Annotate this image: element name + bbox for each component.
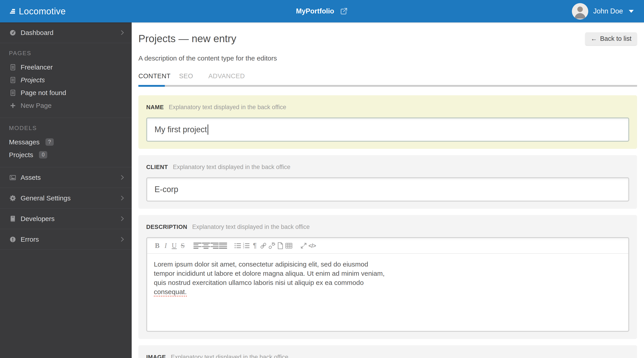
sidebar-item-messages[interactable]: Messages ? — [0, 136, 132, 148]
locomotive-backoffice: Locomotive MyPortfolio John Doe — [0, 0, 644, 358]
projects-count-badge: 0 — [39, 151, 47, 158]
rich-text-editor: B I U S — [146, 237, 629, 332]
page-icon — [9, 89, 16, 97]
tab-underline — [138, 85, 637, 87]
strikethrough-icon[interactable]: S — [178, 241, 187, 251]
sidebar: Dashboard PAGES Freelancer — [0, 23, 132, 358]
field-hint: Explanatory text displayed in the back o… — [171, 354, 288, 358]
editor-line: Lorem ipsum dolor sit amet, consectetur … — [154, 260, 622, 269]
sidebar-item-label: Messages — [9, 138, 40, 146]
align-left-icon[interactable] — [193, 241, 202, 251]
unordered-list-icon[interactable] — [234, 241, 242, 251]
active-tab-indicator — [138, 85, 165, 87]
misspelled-word: consequat. — [154, 288, 187, 297]
chevron-right-icon — [119, 30, 124, 35]
editor-content[interactable]: Lorem ipsum dolor sit amet, consectetur … — [147, 254, 628, 302]
align-center-icon[interactable] — [202, 241, 210, 251]
back-to-list-button[interactable]: ← Back to list — [585, 32, 637, 45]
svg-text:3: 3 — [243, 246, 244, 249]
field-label: DESCRIPTION — [146, 224, 187, 231]
sidebar-item-new-page[interactable]: New Page — [0, 99, 132, 112]
tab-seo[interactable]: SEO — [179, 72, 193, 80]
plus-icon — [9, 102, 16, 109]
sidebar-item-page-not-found[interactable]: Page not found — [0, 86, 132, 99]
sidebar-section-models: MODELS Messages ? Projects 0 — [0, 118, 132, 167]
app-logo-text: Locomotive — [19, 6, 66, 16]
back-arrow-icon: ← — [591, 35, 597, 42]
paragraph-icon[interactable]: ¶ — [250, 241, 259, 251]
tab-advanced[interactable]: ADVANCED — [208, 72, 245, 80]
section-label-models: MODELS — [0, 125, 132, 132]
align-justify-icon[interactable] — [219, 241, 227, 251]
sidebar-item-label: Developers — [20, 215, 55, 223]
caret-down-icon — [629, 10, 634, 13]
section-label-pages: PAGES — [0, 50, 132, 57]
name-input-value: My first project — [154, 125, 207, 134]
editor-line: tempor incididunt ut labore et dolore ma… — [154, 269, 622, 278]
sidebar-item-dashboard[interactable]: Dashboard — [0, 23, 132, 43]
sidebar-item-developers[interactable]: Developers — [0, 209, 132, 229]
sidebar-item-assets[interactable]: Assets — [0, 167, 132, 188]
sidebar-item-label: General Settings — [20, 194, 70, 202]
chevron-right-icon — [119, 196, 124, 201]
name-input[interactable]: My first project — [146, 117, 629, 142]
file-icon[interactable] — [276, 241, 284, 251]
user-name: John Doe — [593, 7, 623, 15]
sidebar-section-pages: PAGES Freelancer Projects — [0, 43, 132, 118]
sidebar-item-general-settings[interactable]: General Settings — [0, 188, 132, 209]
align-right-icon[interactable] — [210, 241, 219, 251]
sidebar-item-freelancer[interactable]: Freelancer — [0, 61, 132, 74]
field-hint: Explanatory text displayed in the back o… — [173, 164, 290, 170]
ordered-list-icon[interactable]: 1 2 3 — [242, 241, 250, 251]
field-label: CLIENT — [146, 164, 168, 170]
field-hint: Explanatory text displayed in the back o… — [169, 104, 286, 111]
sidebar-item-label: Assets — [20, 174, 41, 181]
user-menu[interactable]: John Doe — [572, 3, 644, 20]
underline-icon[interactable]: U — [170, 241, 178, 251]
sidebar-item-label: Freelancer — [20, 63, 52, 71]
book-icon — [9, 215, 16, 223]
sidebar-item-projects-model[interactable]: Projects 0 — [0, 148, 132, 161]
table-icon[interactable] — [284, 241, 293, 251]
back-button-label: Back to list — [600, 35, 632, 42]
chevron-right-icon — [119, 216, 124, 221]
field-label: NAME — [146, 104, 164, 111]
external-link-icon[interactable] — [340, 7, 348, 16]
page-title: Projects — new entry — [138, 32, 236, 45]
image-icon — [9, 174, 16, 181]
gear-icon — [9, 194, 16, 202]
page-icon — [9, 63, 16, 71]
messages-count-badge: ? — [46, 138, 54, 146]
editor-toolbar: B I U S — [147, 238, 628, 254]
sidebar-item-label: New Page — [20, 102, 52, 109]
sidebar-item-errors[interactable]: Errors — [0, 229, 132, 250]
expand-icon[interactable] — [300, 241, 308, 251]
sidebar-item-label: Page not found — [20, 89, 66, 97]
site-link[interactable]: MyPortfolio — [296, 0, 348, 23]
sidebar-item-projects-page[interactable]: Projects — [0, 74, 132, 86]
dashboard-gauge-icon — [9, 29, 16, 37]
bold-icon[interactable]: B — [153, 241, 162, 251]
tab-content[interactable]: CONTENT — [138, 72, 171, 80]
editor-line: quis nostrud exercitation ullamco labori… — [154, 278, 622, 287]
editor-line: consequat. — [154, 287, 622, 296]
chevron-right-icon — [119, 237, 124, 242]
link-icon[interactable] — [259, 241, 268, 251]
error-circle-icon — [9, 236, 16, 243]
client-input[interactable]: E-corp — [146, 177, 629, 202]
app-logo[interactable]: Locomotive — [0, 6, 66, 16]
avatar — [572, 3, 588, 20]
field-client: CLIENT Explanatory text displayed in the… — [138, 155, 637, 209]
sidebar-item-label: Dashboard — [20, 29, 54, 37]
client-input-value: E-corp — [154, 185, 178, 194]
chevron-right-icon — [119, 175, 124, 180]
field-description: DESCRIPTION Explanatory text displayed i… — [138, 215, 637, 339]
sidebar-item-label: Errors — [20, 236, 39, 243]
field-name: NAME Explanatory text displayed in the b… — [138, 95, 637, 149]
locomotive-logo-icon — [8, 8, 16, 15]
page-icon — [9, 76, 16, 84]
italic-icon[interactable]: I — [162, 241, 170, 251]
code-icon[interactable]: </> — [308, 241, 316, 251]
text-cursor — [208, 124, 208, 135]
unlink-icon[interactable] — [268, 241, 276, 251]
